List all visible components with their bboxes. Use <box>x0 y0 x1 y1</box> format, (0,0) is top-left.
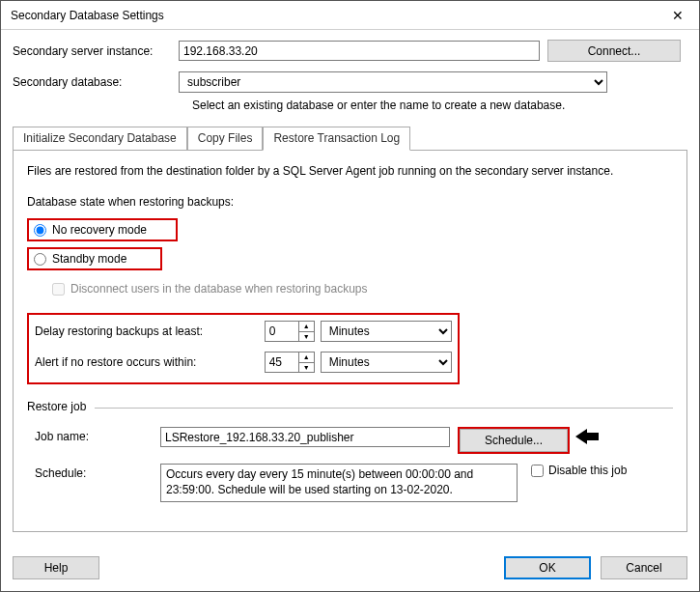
secondary-database-label: Secondary database: <box>13 75 179 89</box>
connect-button[interactable]: Connect... <box>547 40 681 62</box>
schedule-label: Schedule: <box>35 464 160 480</box>
window-title: Secondary Database Settings <box>11 9 658 22</box>
secondary-database-helper: Select an existing database or enter the… <box>192 99 687 112</box>
delay-restoring-value[interactable] <box>266 322 298 341</box>
disable-job-label: Disable this job <box>548 464 627 477</box>
schedule-button[interactable]: Schedule... <box>460 429 568 452</box>
standby-mode-label: Standby mode <box>52 252 126 266</box>
disable-job-checkbox[interactable] <box>531 465 544 477</box>
spinner-down-icon[interactable]: ▼ <box>299 363 314 373</box>
delay-restoring-unit-select[interactable]: Minutes <box>321 321 452 342</box>
secondary-database-select[interactable]: subscriber <box>179 71 607 93</box>
tab-initialize[interactable]: Initialize Secondary Database <box>13 127 187 151</box>
svg-marker-0 <box>575 429 599 444</box>
disable-job-option[interactable]: Disable this job <box>531 464 627 477</box>
delay-restoring-spinner[interactable]: ▲ ▼ <box>265 321 315 342</box>
tab-panel-restore: Files are restored from the destination … <box>13 151 687 532</box>
help-button[interactable]: Help <box>13 556 99 579</box>
spinner-down-icon[interactable]: ▼ <box>299 332 314 342</box>
alert-no-restore-spinner[interactable]: ▲ ▼ <box>265 352 315 373</box>
standby-mode-radio[interactable] <box>34 253 46 266</box>
alert-no-restore-label: Alert if no restore occurs within: <box>35 355 265 369</box>
restore-job-legend: Restore job <box>27 400 90 413</box>
server-instance-input[interactable] <box>179 41 540 61</box>
ok-button[interactable]: OK <box>504 556 591 579</box>
tab-strip: Initialize Secondary Database Copy Files… <box>13 126 687 151</box>
title-bar: Secondary Database Settings ✕ <box>1 1 699 30</box>
restore-job-area: Job name: Schedule... Schedule: Occurs e… <box>27 425 673 502</box>
schedule-description: Occurs every day every 15 minute(s) betw… <box>160 464 518 502</box>
close-icon[interactable]: ✕ <box>658 2 697 29</box>
dialog-footer: Help OK Cancel <box>1 547 699 591</box>
no-recovery-mode-option[interactable]: No recovery mode <box>27 218 178 241</box>
db-state-label: Database state when restoring backups: <box>27 195 673 209</box>
alert-no-restore-unit-select[interactable]: Minutes <box>321 352 452 373</box>
timing-settings: Delay restoring backups at least: ▲ ▼ Mi… <box>27 313 460 384</box>
no-recovery-mode-radio[interactable] <box>34 224 46 237</box>
disconnect-users-label: Disconnect users in the database when re… <box>70 282 368 296</box>
tab-restore-log[interactable]: Restore Transaction Log <box>263 127 410 151</box>
spinner-up-icon[interactable]: ▲ <box>299 352 314 363</box>
arrow-annotation-icon <box>574 427 601 449</box>
disconnect-users-checkbox <box>52 283 65 296</box>
job-name-label: Job name: <box>35 427 160 443</box>
dialog-content: Secondary server instance: Connect... Se… <box>1 30 699 540</box>
restore-job-fieldset: Restore job <box>27 400 673 413</box>
no-recovery-mode-label: No recovery mode <box>52 223 147 237</box>
cancel-button[interactable]: Cancel <box>601 556 687 579</box>
tab-copy-files[interactable]: Copy Files <box>187 127 264 151</box>
alert-no-restore-value[interactable] <box>266 352 298 372</box>
restore-intro-text: Files are restored from the destination … <box>27 164 673 178</box>
server-instance-label: Secondary server instance: <box>13 44 179 58</box>
delay-restoring-label: Delay restoring backups at least: <box>35 324 265 338</box>
job-name-input[interactable] <box>160 427 450 447</box>
db-state-radio-group: No recovery mode Standby mode <box>27 218 673 276</box>
standby-mode-option[interactable]: Standby mode <box>27 247 162 270</box>
spinner-up-icon[interactable]: ▲ <box>299 322 314 332</box>
disconnect-users-option: Disconnect users in the database when re… <box>52 282 673 296</box>
